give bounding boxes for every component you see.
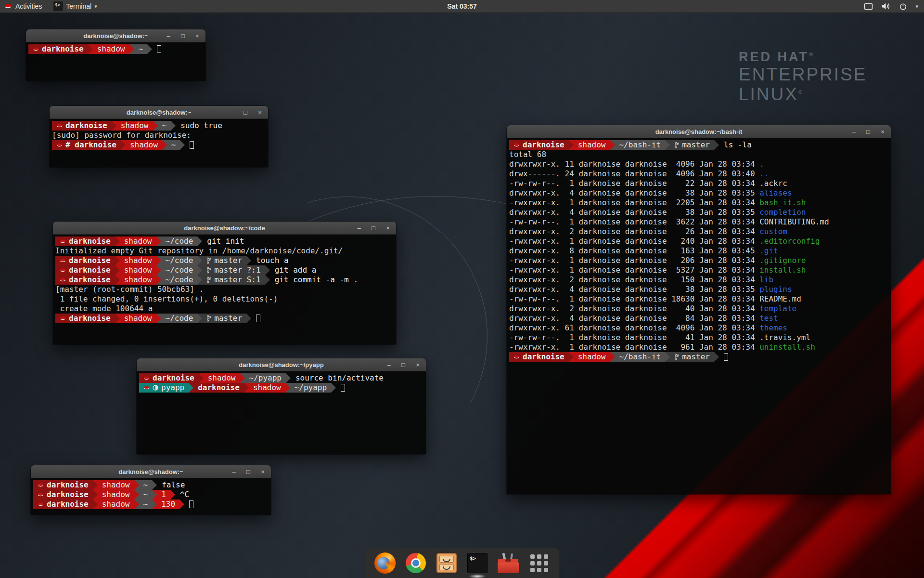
powerline-separator — [121, 140, 126, 150]
terminal-cursor — [189, 500, 193, 508]
command-text: ^C — [180, 490, 189, 499]
red-hat-icon — [60, 277, 66, 283]
minimize-button[interactable]: – — [385, 362, 392, 368]
minimize-button[interactable]: – — [228, 109, 234, 116]
prompt-segment-host: shadow — [120, 265, 156, 275]
window-titlebar[interactable]: darknoise@shadow:~/pyapp – □ × — [137, 358, 426, 371]
prompt-segment-path: ~/code — [161, 314, 198, 323]
maximize-button[interactable]: □ — [400, 362, 407, 368]
powerline-separator — [115, 265, 120, 275]
terminal-line: 1 file changed, 0 insertions(+), 0 delet… — [55, 294, 396, 304]
powerline-separator — [112, 121, 116, 131]
command-text: touch a — [256, 256, 288, 265]
window-titlebar[interactable]: darknoise@shadow:~ – □ × — [26, 29, 205, 42]
close-button[interactable]: × — [879, 129, 886, 135]
window-titlebar[interactable]: darknoise@shadow:~/bash-it – □ × — [507, 125, 891, 138]
prompt-segment-path: ~/code — [161, 275, 198, 285]
display-icon — [864, 3, 873, 10]
red-hat-icon — [4, 3, 12, 10]
output-text: create mode 100644 a — [55, 304, 153, 314]
dock: $> — [365, 548, 559, 578]
terminal-line: [master (root-commit) 50bcb63] . — [55, 285, 396, 294]
window-titlebar[interactable]: darknoise@shadow:~/code – □ × — [53, 222, 396, 235]
ls-row-fields: -rw-rw-r--. 1 darknoise darknoise 3622 J… — [509, 217, 759, 227]
close-button[interactable]: × — [414, 362, 421, 368]
red-hat-icon — [38, 483, 44, 488]
powerline-separator — [93, 480, 98, 490]
maximize-button[interactable]: □ — [242, 109, 249, 116]
terminal-content[interactable]: darknoiseshadow~/pyappsource bin/activat… — [137, 371, 426, 454]
toolbox-icon[interactable] — [498, 552, 519, 574]
terminal-line: drwxrwxr-x. 2 darknoise darknoise 150 Ja… — [509, 275, 891, 285]
chevron-down-icon: ▾ — [915, 3, 918, 10]
prompt-segment-host: shadow — [204, 373, 240, 383]
powerline-separator — [147, 44, 152, 54]
terminal-content[interactable]: darknoiseshadow~sudo true[sudo] password… — [50, 119, 268, 167]
minimize-button[interactable]: – — [165, 33, 172, 39]
maximize-button[interactable]: □ — [370, 225, 377, 231]
git-branch-icon — [206, 267, 211, 274]
app-menu-terminal[interactable]: $> Terminal ▾ — [53, 1, 97, 11]
powerline-separator — [285, 383, 290, 393]
terminal-line: -rwxrwxr-x. 1 darknoise darknoise 240 Ja… — [509, 236, 891, 246]
prompt-segment-host: shadow — [116, 121, 153, 131]
activities-button[interactable]: Activities — [0, 2, 42, 10]
powerline-separator — [93, 490, 98, 499]
chrome-icon[interactable] — [405, 552, 426, 574]
window-titlebar[interactable]: darknoise@shadow:~ – □ × — [31, 465, 271, 478]
terminal-line: -rw-rw-r--. 1 darknoise darknoise 3622 J… — [509, 217, 891, 227]
terminal-content[interactable]: darknoiseshadow~/codegit initInitialized… — [53, 235, 396, 344]
powerline-separator — [240, 373, 245, 383]
prompt-segment-path: ~/bash-it — [615, 352, 666, 362]
powerline-separator — [714, 352, 719, 362]
terminal-line: drwxrwxr-x. 4 darknoise darknoise 38 Jan… — [509, 208, 891, 217]
maximize-button[interactable]: □ — [865, 129, 872, 135]
file-name: template — [759, 304, 796, 314]
powerline-separator — [610, 352, 615, 362]
file-manager-icon[interactable] — [436, 552, 457, 574]
command-text: source bin/activate — [295, 373, 384, 383]
powerline-separator — [156, 256, 161, 265]
terminal-content[interactable]: darknoiseshadow~/bash-itmasterls -latota… — [507, 138, 891, 494]
file-name: install.sh — [759, 265, 806, 275]
terminal-line: total 68 — [509, 150, 891, 159]
terminal-content[interactable]: darknoiseshadow~falsedarknoiseshadow~1^C… — [31, 478, 271, 515]
terminal-line: -rw-rw-r--. 1 darknoise darknoise 18630 … — [509, 294, 891, 304]
terminal-line: darknoiseshadow~ — [28, 44, 205, 54]
window-titlebar[interactable]: darknoise@shadow:~ – □ × — [50, 106, 268, 119]
terminal-content[interactable]: darknoiseshadow~ — [26, 42, 205, 81]
close-button[interactable]: × — [257, 109, 263, 116]
logo-linux: LINUX® — [739, 84, 867, 104]
terminal-line: drwx------. 24 darknoise darknoise 4096 … — [509, 169, 891, 179]
maximize-button[interactable]: □ — [180, 33, 186, 39]
terminal-cursor — [190, 141, 194, 149]
maximize-button[interactable]: □ — [245, 469, 252, 475]
prompt-segment-host: shadow — [574, 140, 610, 150]
output-text: total 68 — [509, 150, 546, 159]
python-venv-icon — [153, 385, 158, 391]
close-button[interactable]: × — [385, 225, 391, 231]
close-button[interactable]: × — [259, 469, 266, 475]
prompt-segment-path: ~ — [167, 140, 180, 150]
terminal-line: Initialized empty Git repository in /hom… — [55, 246, 396, 256]
terminal-line: [sudo] password for darknoise: — [52, 131, 268, 140]
prompt-segment-git: master ?:1 — [202, 265, 265, 275]
terminal-window-home-1: darknoise@shadow:~ – □ × darknoiseshadow… — [26, 29, 205, 81]
clock[interactable]: Sat 03:57 — [447, 2, 476, 10]
close-button[interactable]: × — [194, 33, 201, 39]
minimize-button[interactable]: – — [850, 129, 857, 135]
prompt-segment-exit: 1 — [157, 490, 170, 499]
powerline-separator — [152, 499, 157, 509]
minimize-button[interactable]: – — [231, 469, 237, 475]
prompt-segment-user: darknoise — [509, 352, 569, 362]
powerline-separator — [246, 314, 251, 323]
app-grid-icon[interactable] — [528, 552, 550, 574]
file-name: themes — [759, 323, 787, 333]
minimize-button[interactable]: – — [356, 225, 362, 231]
chevron-down-icon: ▾ — [94, 3, 97, 10]
ls-row-fields: drwxrwxr-x. 8 darknoise darknoise 163 Ja… — [509, 246, 759, 256]
terminal-icon[interactable]: $> — [467, 552, 488, 574]
git-branch-icon — [674, 354, 679, 360]
firefox-icon[interactable] — [374, 552, 396, 574]
system-menu[interactable]: ▾ — [864, 2, 924, 11]
